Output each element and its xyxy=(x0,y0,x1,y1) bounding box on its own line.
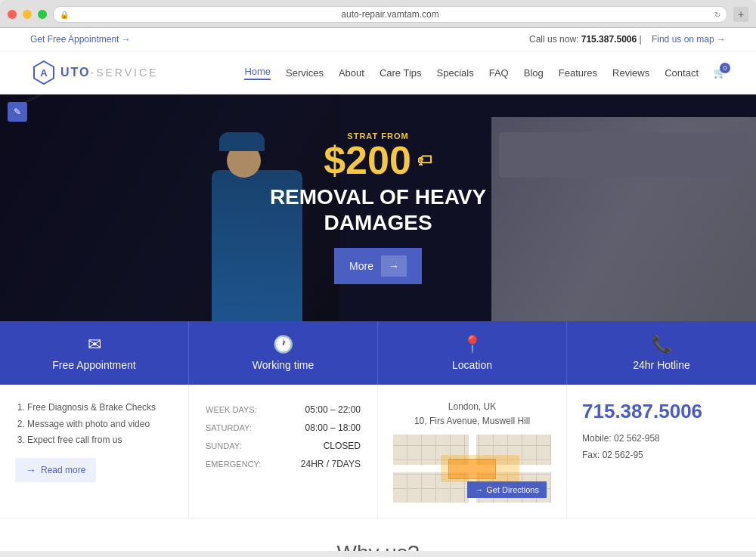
address-bar[interactable]: 🔒 auto-repair.vamtam.com ↻ xyxy=(53,6,727,23)
close-button[interactable] xyxy=(8,10,17,19)
top-bar-right: Call us now: 715.387.5006 | Find us on m… xyxy=(529,34,726,45)
svg-text:A: A xyxy=(40,67,48,79)
info-item-appointment[interactable]: ✉ Free Appointment xyxy=(0,321,189,385)
directions-label: Get Directions xyxy=(486,485,539,494)
appointment-col: Free Diagnosis & Brake Checks Message wi… xyxy=(0,385,189,518)
main-nav: A UTO-SERVICE Home Services About Care T… xyxy=(0,51,756,94)
find-on-map-link[interactable]: Find us on map → xyxy=(652,34,726,45)
price-tag-icon: 🏷 xyxy=(417,153,432,168)
day-hours: 05:00 – 22:00 xyxy=(281,401,361,418)
map-area-highlight xyxy=(448,459,496,479)
hero-title: REMOVAL OF HEAVY DAMAGES xyxy=(270,184,486,235)
maximize-button[interactable] xyxy=(38,10,47,19)
hero-content: STRAT FROM $200 🏷 REMOVAL OF HEAVY DAMAG… xyxy=(270,132,486,283)
top-bar: Get Free Appointment → Call us now: 715.… xyxy=(0,28,756,51)
browser-controls: 🔒 auto-repair.vamtam.com ↻ + xyxy=(8,6,748,23)
read-more-label: Read more xyxy=(41,465,85,475)
appointment-list: Free Diagnosis & Brake Checks Message wi… xyxy=(15,400,173,449)
logo: A UTO-SERVICE xyxy=(30,59,158,86)
day-hours: 24HR / 7DAYS xyxy=(281,456,361,472)
schedule-row-emergency: EMERGENCY: 24HR / 7DAYS xyxy=(206,456,361,472)
list-item: Free Diagnosis & Brake Checks xyxy=(27,400,173,416)
call-label: Call us now: xyxy=(529,34,578,45)
hotline-col: 715.387.5006 Mobile: 02 562-958 Fax: 02 … xyxy=(567,385,756,518)
nav-about[interactable]: About xyxy=(339,67,364,79)
website-content: Get Free Appointment → Call us now: 715.… xyxy=(0,28,756,551)
nav-features[interactable]: Features xyxy=(559,67,597,79)
lock-icon: 🔒 xyxy=(60,11,69,19)
schedule-row-saturday: SATURDAY: 08:00 – 18:00 xyxy=(206,419,361,436)
mobile-number: 02 562-958 xyxy=(614,433,660,444)
mechanic-cap xyxy=(219,132,265,151)
refresh-icon[interactable]: ↻ xyxy=(714,11,720,19)
mobile-label: Mobile: xyxy=(582,433,612,444)
nav-specials[interactable]: Specials xyxy=(437,67,474,79)
price-value: $200 xyxy=(324,141,411,180)
logo-hex-icon: A xyxy=(30,59,57,86)
edit-button[interactable]: ✎ xyxy=(8,102,27,122)
schedule-table: WEEK DAYS: 05:00 – 22:00 SATURDAY: 08:00… xyxy=(204,400,362,474)
directions-button[interactable]: → Get Directions xyxy=(467,481,547,498)
list-item: Message with photo and video xyxy=(27,416,173,433)
day-label: SUNDAY: xyxy=(206,438,280,454)
nav-home[interactable]: Home xyxy=(244,66,271,80)
read-more-button[interactable]: → Read more xyxy=(15,458,96,482)
hero-title-line2: DAMAGES xyxy=(270,210,486,236)
nav-care-tips[interactable]: Care Tips xyxy=(380,67,422,79)
read-more-arrow-icon: → xyxy=(26,464,36,476)
day-label: EMERGENCY: xyxy=(206,456,280,472)
more-btn-arrow: → xyxy=(381,255,407,277)
hotline-number: 715.387.5006 xyxy=(582,400,741,423)
new-tab-button[interactable]: + xyxy=(733,7,748,22)
list-item: Expect free call from us xyxy=(27,432,173,449)
working-time-label: Working time xyxy=(253,359,314,371)
url-text: auto-repair.vamtam.com xyxy=(341,9,438,20)
edit-icon: ✎ xyxy=(14,107,21,117)
location-address: London, UK 10, Firs Avenue, Muswell Hill xyxy=(393,400,551,429)
info-item-location[interactable]: 📍 Location xyxy=(378,321,567,385)
nav-contact[interactable]: Contact xyxy=(665,67,699,79)
nav-faq[interactable]: FAQ xyxy=(489,67,509,79)
location-label: Location xyxy=(452,359,492,371)
phone-number-top: 715.387.5006 xyxy=(581,34,637,45)
info-item-hotline[interactable]: 📞 24hr Hotline xyxy=(567,321,756,385)
hero-price: $200 🏷 xyxy=(270,141,486,180)
hotline-label: 24hr Hotline xyxy=(633,359,690,371)
free-appointment-link[interactable]: Get Free Appointment → xyxy=(30,34,131,45)
cart-icon[interactable]: 🛒 0 xyxy=(714,67,726,79)
why-us-section: Why us? xyxy=(0,518,756,551)
day-hours: CLOSED xyxy=(281,438,361,454)
divider: | xyxy=(640,34,644,45)
day-label: SATURDAY: xyxy=(206,419,280,436)
map-container[interactable]: → Get Directions xyxy=(393,435,551,503)
top-bar-left: Get Free Appointment → xyxy=(30,34,131,45)
browser-chrome: 🔒 auto-repair.vamtam.com ↻ + xyxy=(0,0,756,28)
nav-links: Home Services About Care Tips Specials F… xyxy=(244,66,726,80)
info-item-working-time[interactable]: 🕐 Working time xyxy=(189,321,378,385)
minimize-button[interactable] xyxy=(23,10,32,19)
info-bar: ✉ Free Appointment 🕐 Working time 📍 Loca… xyxy=(0,321,756,385)
content-section: Free Diagnosis & Brake Checks Message wi… xyxy=(0,385,756,518)
nav-services[interactable]: Services xyxy=(286,67,324,79)
day-label: WEEK DAYS: xyxy=(206,401,280,418)
more-button[interactable]: More → xyxy=(334,248,422,284)
nav-reviews[interactable]: Reviews xyxy=(612,67,649,79)
location-street: 10, Firs Avenue, Muswell Hill xyxy=(393,414,551,429)
hero-section: ✎ STRAT FROM $200 🏷 REMOVAL OF HEAVY DAM… xyxy=(0,94,756,321)
cart-badge: 0 xyxy=(720,63,730,73)
mobile-line: Mobile: 02 562-958 xyxy=(582,431,741,447)
phone-icon: 📞 xyxy=(652,335,672,354)
envelope-icon: ✉ xyxy=(88,335,101,354)
location-col: London, UK 10, Firs Avenue, Muswell Hill… xyxy=(378,385,567,518)
schedule-row-sunday: SUNDAY: CLOSED xyxy=(206,438,361,454)
location-icon: 📍 xyxy=(462,335,482,354)
fax-line: Fax: 02 562-95 xyxy=(582,447,741,464)
hotline-details: Mobile: 02 562-958 Fax: 02 562-95 xyxy=(582,431,741,463)
nav-blog[interactable]: Blog xyxy=(524,67,544,79)
day-hours: 08:00 – 18:00 xyxy=(281,419,361,436)
fax-number: 02 562-95 xyxy=(603,450,643,460)
more-btn-label: More xyxy=(349,260,373,272)
schedule-row-weekdays: WEEK DAYS: 05:00 – 22:00 xyxy=(206,401,361,418)
clock-icon: 🕐 xyxy=(273,335,293,354)
why-us-title: Why us? xyxy=(23,541,733,551)
